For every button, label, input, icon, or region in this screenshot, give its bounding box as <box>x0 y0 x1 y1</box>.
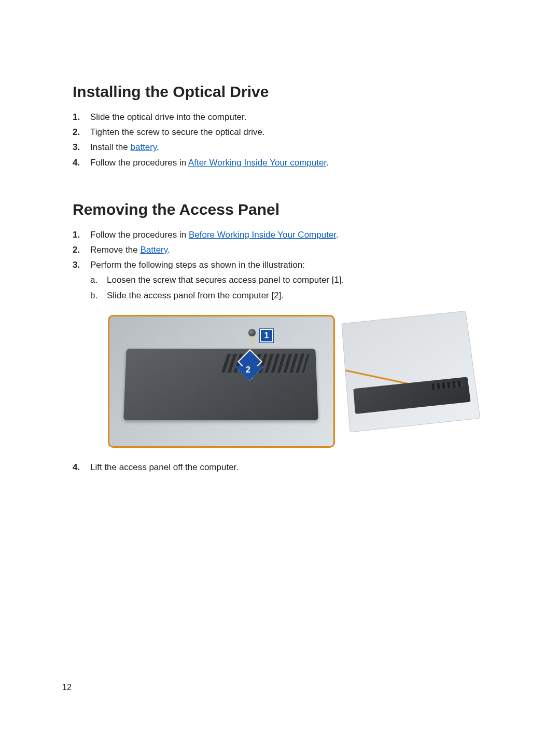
step-item: Follow the procedures in Before Working … <box>73 228 487 242</box>
step-text-suffix: . <box>336 230 339 240</box>
step-text-prefix: Install the <box>90 142 131 152</box>
steps-installing-optical-drive: Slide the optical drive into the compute… <box>73 110 487 170</box>
substep-item: Loosen the screw that secures access pan… <box>90 273 487 287</box>
access-panel-graphic <box>123 349 318 420</box>
substep-text: Slide the access panel from the computer… <box>107 291 284 300</box>
callout-badge-2: 2 <box>246 363 250 377</box>
step-item: Slide the optical drive into the compute… <box>73 110 487 124</box>
link-before-working[interactable]: Before Working Inside Your Computer <box>189 230 336 240</box>
illustration-main-view: 1 2 <box>108 315 335 448</box>
step-item: Remove the Battery. <box>73 243 487 257</box>
screw-icon <box>248 329 256 336</box>
illustration-access-panel: 1 2 <box>108 315 487 448</box>
step-item: Tighten the screw to secure the optical … <box>73 125 487 139</box>
callout-badge-1: 1 <box>260 329 273 342</box>
substeps: Loosen the screw that secures access pan… <box>90 273 487 302</box>
heading-installing-optical-drive: Installing the Optical Drive <box>73 83 487 101</box>
link-battery[interactable]: battery <box>131 142 157 152</box>
section-removing-access-panel: Removing the Access Panel Follow the pro… <box>73 201 487 474</box>
step-text-prefix: Follow the procedures in <box>90 230 189 240</box>
step-text-prefix: Follow the procedures in <box>90 158 188 168</box>
substep-item: Slide the access panel from the computer… <box>90 288 487 302</box>
substep-text: Loosen the screw that secures access pan… <box>107 275 344 285</box>
link-battery-2[interactable]: Battery <box>140 245 167 255</box>
page-number: 12 <box>62 683 72 692</box>
slot-graphic <box>353 377 470 414</box>
section-installing-optical-drive: Installing the Optical Drive Slide the o… <box>73 83 487 170</box>
step-item: Perform the following steps as shown in … <box>73 258 487 448</box>
step-text-suffix: . <box>167 245 170 255</box>
step-text-suffix: . <box>157 142 159 152</box>
step-text-prefix: Remove the <box>90 245 140 255</box>
heading-removing-access-panel: Removing the Access Panel <box>73 201 487 218</box>
step-item: Install the battery. <box>73 140 487 154</box>
steps-removing-access-panel: Follow the procedures in Before Working … <box>73 228 487 474</box>
illustration-inset-view <box>341 311 480 433</box>
step-item: Lift the access panel off the computer. <box>73 460 487 474</box>
step-text-suffix: . <box>326 158 329 168</box>
link-after-working[interactable]: After Working Inside Your computer <box>188 158 326 168</box>
step-text: Lift the access panel off the computer. <box>90 462 239 472</box>
step-text: Tighten the screw to secure the optical … <box>90 127 265 137</box>
step-text: Slide the optical drive into the compute… <box>90 112 246 122</box>
step-item: Follow the procedures in After Working I… <box>73 156 487 170</box>
step-text: Perform the following steps as shown in … <box>90 260 305 270</box>
